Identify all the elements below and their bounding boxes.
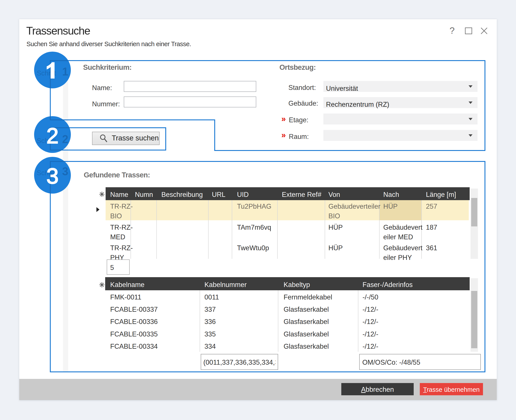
svg-text:3: 3 bbox=[62, 165, 68, 178]
svg-text:2: 2 bbox=[46, 123, 59, 148]
svg-text:1: 1 bbox=[62, 65, 68, 78]
svg-text:2: 2 bbox=[62, 133, 68, 145]
svg-text:3: 3 bbox=[46, 164, 59, 188]
